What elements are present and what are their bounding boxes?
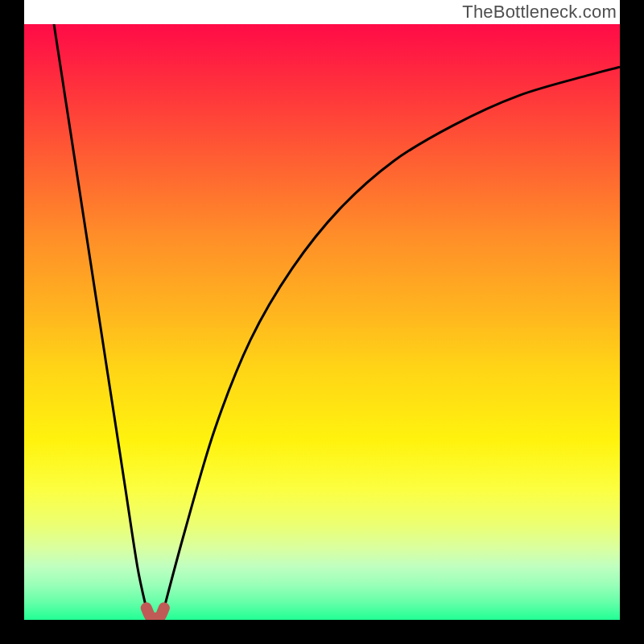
left-branch-path: [54, 24, 147, 608]
valley-marker-path: [147, 608, 164, 618]
watermark-text: TheBottleneck.com: [462, 2, 617, 23]
chart-frame: TheBottleneck.com: [0, 0, 644, 644]
curves-svg: [24, 24, 620, 620]
plot-area: [24, 24, 620, 620]
watermark-bar: TheBottleneck.com: [24, 0, 620, 24]
right-branch-path: [164, 67, 620, 608]
